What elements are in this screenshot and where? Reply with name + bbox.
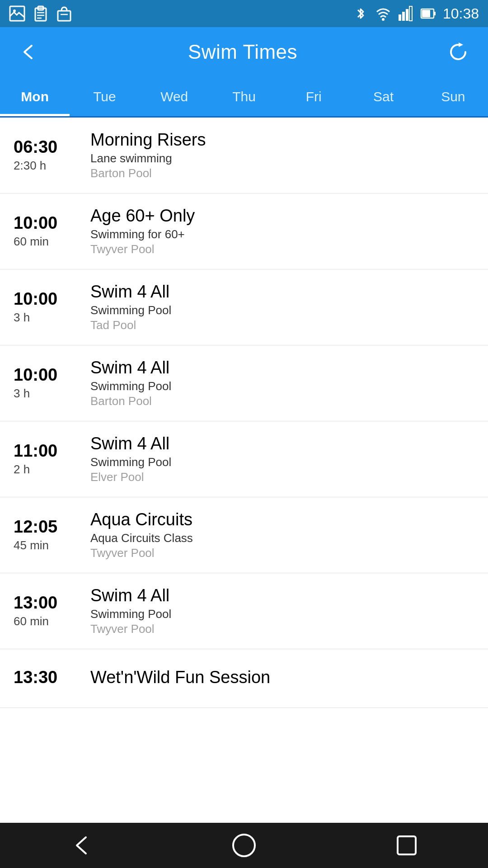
- tab-thu[interactable]: Thu: [209, 77, 279, 116]
- status-time: 10:38: [443, 5, 479, 22]
- tab-sat[interactable]: Sat: [348, 77, 418, 116]
- page-title: Swim Times: [188, 41, 297, 63]
- tab-wed[interactable]: Wed: [140, 77, 209, 116]
- back-button[interactable]: [14, 38, 42, 66]
- svg-rect-12: [406, 9, 408, 21]
- signal-icon: [398, 5, 414, 22]
- status-bar-right-icons: 10:38: [352, 5, 479, 22]
- event-block: Swim 4 All Swimming Pool Twyver Pool: [86, 586, 474, 636]
- event-block: Aqua Circuits Aqua Circuits Class Twyver…: [86, 510, 474, 560]
- list-item[interactable]: 10:00 3 h Swim 4 All Swimming Pool Barto…: [0, 345, 488, 421]
- day-tabs: Mon Tue Wed Thu Fri Sat Sun: [0, 77, 488, 118]
- schedule-list: 06:30 2:30 h Morning Risers Lane swimmin…: [0, 118, 488, 823]
- svg-rect-11: [402, 12, 405, 21]
- bottom-navigation: [0, 823, 488, 868]
- svg-rect-13: [409, 6, 412, 21]
- event-block: Swim 4 All Swimming Pool Barton Pool: [86, 358, 474, 408]
- nav-home-button[interactable]: [230, 832, 258, 859]
- tab-fri[interactable]: Fri: [279, 77, 348, 116]
- time-block: 12:05 45 min: [14, 518, 86, 552]
- time-block: 13:30: [14, 668, 86, 689]
- gallery-icon: [9, 5, 25, 22]
- time-block: 06:30 2:30 h: [14, 138, 86, 173]
- list-item[interactable]: 13:00 60 min Swim 4 All Swimming Pool Tw…: [0, 573, 488, 649]
- svg-rect-16: [422, 10, 430, 17]
- svg-rect-15: [434, 12, 436, 15]
- tab-sun[interactable]: Sun: [418, 77, 488, 116]
- list-item[interactable]: 13:30 Wet'n'Wild Fun Session: [0, 649, 488, 708]
- time-block: 10:00 3 h: [14, 366, 86, 401]
- time-block: 11:00 2 h: [14, 442, 86, 476]
- clipboard-icon: [33, 5, 49, 22]
- event-block: Age 60+ Only Swimming for 60+ Twyver Poo…: [86, 206, 474, 256]
- list-item[interactable]: 06:30 2:30 h Morning Risers Lane swimmin…: [0, 118, 488, 193]
- svg-rect-10: [399, 14, 401, 21]
- list-item[interactable]: 10:00 60 min Age 60+ Only Swimming for 6…: [0, 193, 488, 269]
- download-bag-icon: [56, 5, 72, 22]
- svg-rect-7: [58, 11, 70, 21]
- wifi-icon: [375, 5, 391, 22]
- list-item[interactable]: 12:05 45 min Aqua Circuits Aqua Circuits…: [0, 497, 488, 573]
- event-block: Morning Risers Lane swimming Barton Pool: [86, 130, 474, 180]
- time-block: 13:00 60 min: [14, 594, 86, 628]
- nav-back-button[interactable]: [68, 832, 95, 859]
- svg-point-9: [382, 18, 385, 21]
- time-block: 10:00 3 h: [14, 290, 86, 325]
- toolbar: Swim Times: [0, 27, 488, 77]
- list-item[interactable]: 10:00 3 h Swim 4 All Swimming Pool Tad P…: [0, 269, 488, 345]
- event-block: Swim 4 All Swimming Pool Elver Pool: [86, 434, 474, 484]
- tab-tue[interactable]: Tue: [70, 77, 139, 116]
- battery-icon: [420, 5, 436, 22]
- status-bar-left-icons: [9, 5, 72, 22]
- list-item[interactable]: 11:00 2 h Swim 4 All Swimming Pool Elver…: [0, 421, 488, 497]
- bluetooth-icon: [352, 5, 369, 22]
- time-block: 10:00 60 min: [14, 214, 86, 249]
- event-block: Swim 4 All Swimming Pool Tad Pool: [86, 282, 474, 332]
- refresh-button[interactable]: [443, 36, 474, 68]
- status-bar: 10:38: [0, 0, 488, 27]
- tab-mon[interactable]: Mon: [0, 77, 70, 116]
- event-block: Wet'n'Wild Fun Session: [86, 668, 474, 689]
- nav-recents-button[interactable]: [393, 832, 420, 859]
- svg-point-17: [233, 835, 255, 856]
- svg-rect-18: [398, 836, 416, 854]
